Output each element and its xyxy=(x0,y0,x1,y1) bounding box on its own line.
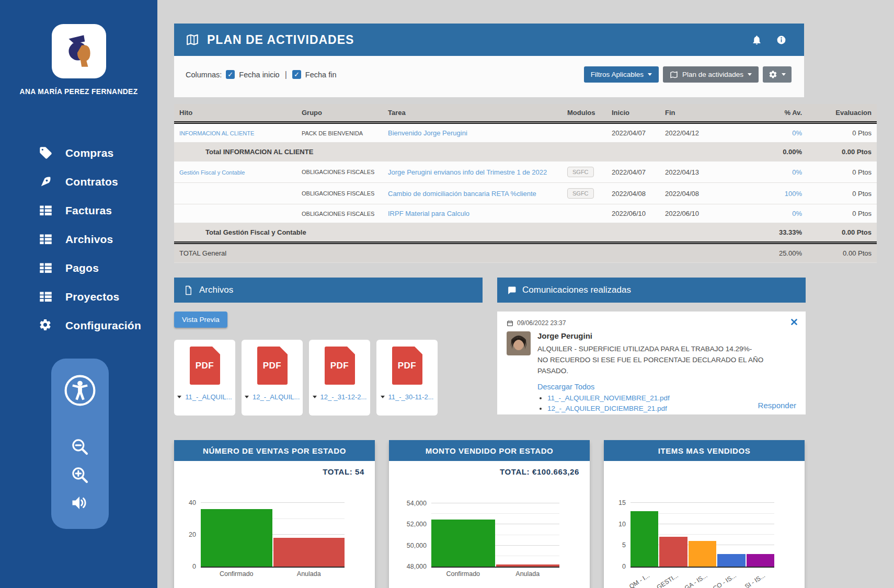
fin-cell: 2022/06/10 xyxy=(660,204,713,223)
accessibility-icon[interactable] xyxy=(64,374,96,407)
checkbox-fecha-fin[interactable]: ✓ xyxy=(292,70,301,79)
bar-Anulada xyxy=(496,564,560,567)
chevron-down-icon[interactable] xyxy=(313,396,317,398)
filters-button-label: Filtros Aplicables xyxy=(591,71,644,78)
grupo-cell: OBLIGACIONES FISCALES xyxy=(296,204,383,223)
checkbox-label: Fecha fin xyxy=(305,71,337,79)
sidebar: ANA MARÍA PEREZ FERNANDEZ Compras Contra… xyxy=(0,0,157,588)
grupo-cell: OBLIGACIONES FISCALES xyxy=(296,162,383,183)
sidebar-item-facturas[interactable]: Facturas xyxy=(0,196,157,225)
pdf-icon: PDF xyxy=(392,347,422,385)
sidebar-item-configuracion[interactable]: Configuración xyxy=(0,311,157,340)
speaker-icon[interactable] xyxy=(70,493,90,513)
sidebar-item-contratos[interactable]: Contratos xyxy=(0,167,157,196)
sidebar-item-label: Pagos xyxy=(65,262,99,274)
chevron-down-icon xyxy=(782,73,786,76)
pdf-file-link[interactable]: 12_-_31-12-2... xyxy=(320,393,367,401)
zoom-out-icon[interactable] xyxy=(70,437,90,457)
vista-previa-button[interactable]: Vista Previa xyxy=(174,312,227,328)
plan-header: PLAN DE ACTIVIDADES xyxy=(174,24,804,56)
chevron-down-icon[interactable] xyxy=(381,396,385,398)
sidebar-item-label: Archivos xyxy=(65,233,113,246)
table-row: OBLIGACIONES FISCALES IRPF Material para… xyxy=(174,204,877,223)
table-grand-total-row: TOTAL General 25.00% 0.00 Ptos xyxy=(174,243,877,263)
plan-toolbar: Columnas: ✓ Fecha inicio | ✓ Fecha fin F… xyxy=(174,56,804,97)
info-icon[interactable] xyxy=(776,35,786,45)
hito-link[interactable]: INFORMACION AL CLIENTE xyxy=(179,130,254,136)
table-subtotal-row: Total INFORMACION AL CLIENTE 0.00% 0.00 … xyxy=(174,143,877,162)
tarea-link[interactable]: IRPF Material para Calculo xyxy=(388,210,469,217)
pdf-card: PDF 11_-_ALQUIL... xyxy=(174,340,235,416)
comunicaciones-title: Comunicaciones realizadas xyxy=(522,285,631,295)
avance-cell: 25.00% xyxy=(713,243,807,263)
evaluacion-cell: 0 Ptos xyxy=(807,204,877,223)
pdf-file-link[interactable]: 11_-_30-11-2... xyxy=(388,393,434,401)
filters-button[interactable]: Filtros Aplicables xyxy=(584,66,659,83)
avance-cell: 0.00% xyxy=(713,143,807,162)
tarea-link[interactable]: Jorge Perugini envianos info del Trimest… xyxy=(388,168,547,176)
plan-dropdown-button[interactable]: Plan de actividades xyxy=(663,66,759,83)
tarea-link[interactable]: Cambio de domiciliación bancaria RETA %c… xyxy=(388,190,536,198)
avance-link[interactable]: 0% xyxy=(792,129,802,137)
avance-link[interactable]: 100% xyxy=(785,190,802,198)
table-row: INFORMACION AL CLIENTE PACK DE BIENVENID… xyxy=(174,123,877,143)
subtotal-label: Total Gestión Fiscal y Contable xyxy=(174,223,713,243)
chart-title: MONTO VENDIDO POR ESTADO xyxy=(389,440,590,461)
map-icon xyxy=(186,33,199,47)
chart-card-ventas: NÚMERO DE VENTAS POR ESTADO TOTAL: 54 02… xyxy=(174,440,375,588)
avance-link[interactable]: 0% xyxy=(792,168,802,176)
avance-link[interactable]: 0% xyxy=(792,210,802,217)
speech-bubble-icon xyxy=(507,285,517,295)
sidebar-item-compras[interactable]: Compras xyxy=(0,139,157,167)
modulos-cell xyxy=(562,204,606,223)
reply-link[interactable]: Responder xyxy=(758,401,796,410)
pdf-file-link[interactable]: 12_-_ALQUIL... xyxy=(253,393,300,401)
bar-GA - IS... xyxy=(689,541,716,567)
attachment-link[interactable]: 11_-_ALQUILER_NOVIEMBRE_21.pdf xyxy=(547,394,670,402)
attachment-link[interactable]: 12_-_ALQUILER_DICIEMBRE_21.pdf xyxy=(547,405,667,412)
checkbox-fecha-inicio[interactable]: ✓ xyxy=(226,70,235,79)
chart-title: NÚMERO DE VENTAS POR ESTADO xyxy=(174,440,375,461)
chevron-down-icon xyxy=(648,73,652,76)
pdf-file-link[interactable]: 11_-_ALQUIL... xyxy=(185,393,232,401)
tarea-link[interactable]: Bienvenido Jorge Perugini xyxy=(388,129,467,137)
evaluacion-cell: 0 Ptos xyxy=(807,162,877,183)
accessibility-widget xyxy=(51,359,109,529)
grupo-cell: OBLIGACIONES FISCALES xyxy=(296,183,383,204)
list-icon xyxy=(39,290,53,304)
chevron-down-icon[interactable] xyxy=(177,396,181,398)
column-header-grupo: Grupo xyxy=(296,104,383,123)
inicio-cell: 2022/06/10 xyxy=(606,204,660,223)
plan-dropdown-label: Plan de actividades xyxy=(682,71,743,78)
sender-name: Jorge Perugini xyxy=(537,331,796,340)
list-icon xyxy=(39,232,53,246)
file-icon xyxy=(184,285,193,295)
zoom-in-icon[interactable] xyxy=(70,465,90,485)
main-content: PLAN DE ACTIVIDADES Columnas: ✓ Fecha in… xyxy=(174,24,877,588)
calendar-icon xyxy=(507,320,513,327)
columns-label: Columnas: xyxy=(186,71,222,79)
bar-chart: 02040ConfirmadoAnulada xyxy=(188,497,345,585)
message-line: ALQUILER - SUPERFICIE UTILIZADA PARA EL … xyxy=(537,344,796,355)
sidebar-item-label: Configuración xyxy=(65,319,141,332)
list-icon xyxy=(39,261,53,275)
module-badge-sgfc: SGFC xyxy=(567,167,594,177)
table-subtotal-row: Total Gestión Fiscal y Contable 33.33% 0… xyxy=(174,223,877,243)
chevron-down-icon[interactable] xyxy=(245,396,249,398)
pdf-file-list: PDF 11_-_ALQUIL... PDF 12_-_ALQUIL... PD… xyxy=(174,340,483,416)
hito-link[interactable]: Gestión Fiscal y Contable xyxy=(179,169,245,176)
sidebar-item-proyectos[interactable]: Proyectos xyxy=(0,282,157,311)
close-icon[interactable] xyxy=(791,319,797,325)
download-all-link[interactable]: Descargar Todos xyxy=(537,383,594,391)
sidebar-item-pagos[interactable]: Pagos xyxy=(0,253,157,282)
chart-total-label: TOTAL: €100.663,26 xyxy=(399,467,579,478)
bar-Anulada xyxy=(273,538,345,567)
settings-dropdown-button[interactable] xyxy=(763,66,792,83)
comunicaciones-header: Comunicaciones realizadas xyxy=(497,278,806,303)
fin-cell: 2022/04/12 xyxy=(660,123,713,143)
bar-QM - I... xyxy=(631,511,658,567)
bell-icon[interactable] xyxy=(751,34,762,45)
sidebar-item-archivos[interactable]: Archivos xyxy=(0,225,157,253)
sidebar-item-label: Facturas xyxy=(65,204,112,217)
fin-cell: 2022/04/08 xyxy=(660,183,713,204)
